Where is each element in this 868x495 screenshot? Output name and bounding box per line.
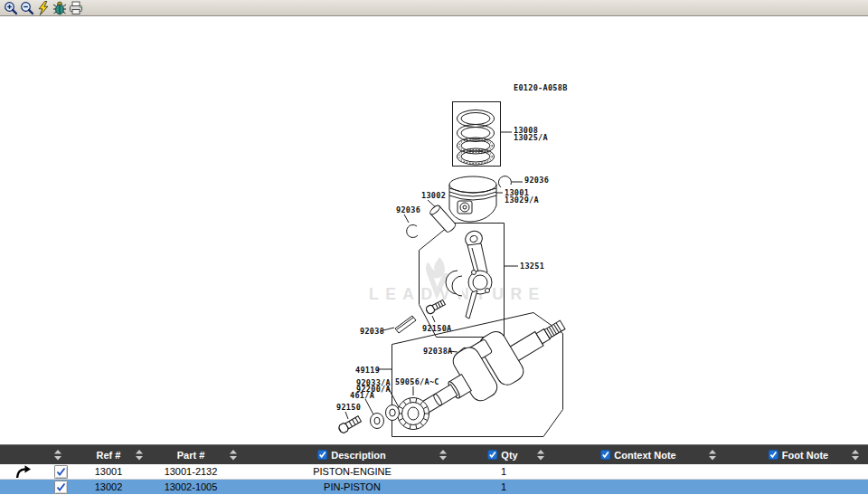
cell-description: PISTON-ENGINE (241, 464, 463, 479)
parts-diagram: LEADV NTURE E0120-A058B (0, 16, 868, 444)
part-label-49119[interactable]: 49119 (355, 366, 380, 375)
zoom-out-button[interactable] (19, 1, 35, 15)
flash-icon (36, 1, 51, 15)
column-label: Part # (177, 450, 205, 461)
column-header-part-[interactable]: Part # (177, 445, 205, 464)
part-label-92150[interactable]: 92150 (336, 403, 361, 412)
sort-icon-2[interactable] (230, 450, 237, 461)
gear-59056 (398, 398, 429, 430)
part-label-59056/A~C[interactable]: 59056/A~C (395, 377, 439, 386)
cell-description: PIN-PISTON (241, 480, 463, 494)
piston-rings (458, 110, 495, 166)
table-header: Ref #Part #DescriptionQtyContext NoteFoo… (0, 444, 868, 464)
cell-part: 13002-1005 (140, 480, 241, 494)
sort-icon-6[interactable] (852, 450, 859, 461)
part-label-92038A[interactable]: 92038A (423, 347, 453, 356)
cell-foot_note (734, 464, 868, 479)
bug-button[interactable] (52, 1, 68, 15)
parts-table: Ref #Part #DescriptionQtyContext NoteFoo… (0, 444, 868, 495)
cell-qty: 1 (463, 464, 544, 479)
part-label-13029/A[interactable]: 13029/A (505, 195, 539, 205)
flash-button[interactable] (35, 1, 52, 15)
sort-icon-3[interactable] (439, 450, 447, 461)
print-icon (69, 1, 83, 15)
column-checkbox[interactable] (317, 450, 327, 460)
part-label-13002[interactable]: 13002 (421, 191, 446, 200)
sort-icon-4[interactable] (537, 450, 544, 461)
cell-context_note (544, 480, 734, 494)
circlip-right (498, 176, 511, 187)
sort-icon-0[interactable] (54, 450, 61, 461)
column-checkbox[interactable] (487, 450, 497, 460)
row-checkbox[interactable] (54, 481, 68, 494)
washers (371, 405, 400, 429)
sort-icon-1[interactable] (136, 450, 143, 461)
piston (449, 176, 496, 222)
locate-arrow-icon[interactable] (0, 464, 45, 479)
part-label-92036[interactable]: 92036 (396, 205, 420, 214)
cell-ref: 13001 (77, 464, 140, 479)
connecting-rod (446, 229, 492, 319)
diagram-canvas: LEADV NTURE E0120-A058B (0, 16, 868, 444)
part-label-461/A[interactable]: 461/A (350, 391, 374, 400)
column-label: Foot Note (782, 450, 828, 461)
zoom-out-icon (20, 1, 34, 15)
cell-context_note (544, 464, 734, 479)
zoom-in-button[interactable] (3, 1, 19, 15)
circlip-left (407, 224, 418, 237)
column-label: Description (331, 450, 386, 461)
diagram-code: E0120-A058B (514, 83, 568, 92)
row-checkbox[interactable] (54, 465, 68, 479)
part-label-13025/A[interactable]: 13025/A (514, 133, 548, 142)
zoom-in-icon (4, 1, 18, 15)
column-header-description[interactable]: Description (317, 445, 386, 464)
bug-icon (52, 1, 67, 15)
column-label: Context Note (614, 450, 675, 461)
cell-foot_note (734, 480, 868, 494)
column-checkbox[interactable] (600, 450, 610, 460)
table-row-13001[interactable]: 1300113001-2132PISTON-ENGINE1 (0, 464, 868, 480)
part-label-92036[interactable]: 92036 (524, 176, 549, 185)
toolbar (0, 0, 868, 16)
table-row-13002[interactable]: 1300213002-1005PIN-PISTON1 (0, 480, 868, 494)
part-label-92038[interactable]: 92038 (360, 327, 384, 336)
column-label: Ref # (97, 450, 121, 461)
column-checkbox[interactable] (769, 450, 778, 460)
sort-icon-5[interactable] (709, 450, 716, 461)
row-checkbox-cell[interactable] (45, 464, 77, 479)
column-header-context-note[interactable]: Context Note (600, 445, 675, 464)
cell-part: 13001-2132 (140, 464, 241, 479)
row-checkbox-cell[interactable] (45, 480, 77, 494)
part-label-13251[interactable]: 13251 (520, 262, 544, 271)
key-92038 (395, 316, 416, 333)
part-label-92150A[interactable]: 92150A (422, 324, 452, 333)
cell-qty: 1 (463, 480, 544, 494)
print-button[interactable] (68, 1, 84, 15)
bolt-92150 (337, 414, 362, 433)
column-label: Qty (501, 450, 517, 461)
column-header-foot-note[interactable]: Foot Note (769, 445, 828, 464)
column-header-ref-[interactable]: Ref # (97, 445, 121, 464)
cell-ref: 13002 (77, 480, 140, 494)
rings-group-box (453, 102, 501, 167)
table-body: 1300113001-2132PISTON-ENGINE11300213002-… (0, 464, 868, 495)
crankshaft (405, 299, 575, 431)
column-header-qty[interactable]: Qty (487, 445, 517, 464)
